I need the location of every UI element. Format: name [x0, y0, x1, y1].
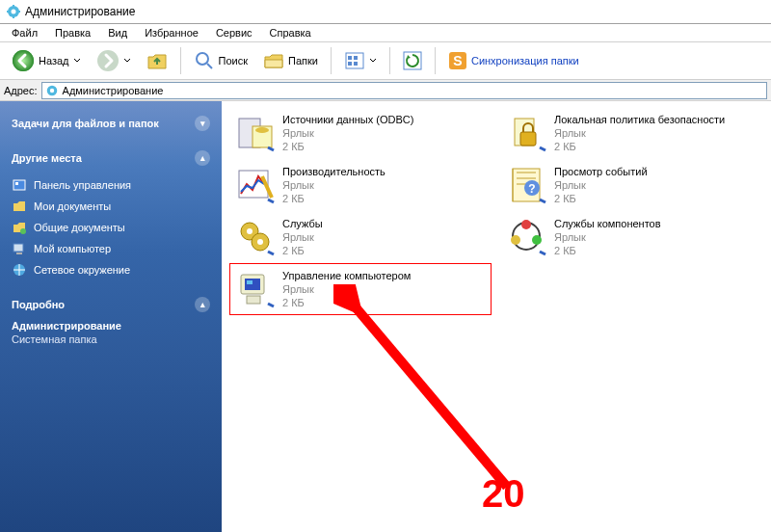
address-value: Администрирование: [63, 85, 164, 96]
file-grid: Источники данных (ODBC)Ярлык2 КБЛокальна…: [229, 107, 763, 315]
dropdown-icon: [369, 57, 377, 65]
computer-icon: [12, 241, 27, 256]
file-item[interactable]: Локальная политика безопасностиЯрлык2 КБ: [501, 107, 763, 159]
file-text: Управление компьютеромЯрлык2 КБ: [282, 268, 411, 309]
content-area: Задачи для файлов и папок ▾ Другие места…: [0, 101, 771, 532]
file-text: Источники данных (ODBC)Ярлык2 КБ: [282, 112, 413, 153]
menu-help[interactable]: Справка: [262, 25, 319, 40]
refresh-button[interactable]: [397, 48, 428, 73]
file-type: Ярлык: [554, 179, 648, 193]
sidebar-item-shared-documents[interactable]: Общие документы: [12, 217, 210, 238]
documents-icon: [12, 199, 27, 214]
file-name: Производительность: [282, 166, 386, 179]
file-name: Источники данных (ODBC): [282, 114, 413, 127]
views-button[interactable]: [338, 47, 383, 74]
component-services-icon: [506, 216, 548, 258]
file-item[interactable]: ПроизводительностьЯрлык2 КБ: [229, 159, 492, 211]
svg-rect-17: [15, 182, 18, 185]
menubar: Файл Правка Вид Избранное Сервис Справка: [0, 24, 771, 42]
sidebar-item-my-documents[interactable]: Мои документы: [12, 196, 210, 217]
search-label: Поиск: [219, 55, 248, 66]
svg-text:S: S: [453, 53, 462, 68]
tasks-panel-header[interactable]: Задачи для файлов и папок ▾: [12, 113, 210, 134]
svg-point-38: [511, 235, 520, 245]
back-label: Назад: [39, 55, 69, 66]
file-size: 2 КБ: [282, 193, 386, 206]
file-type: Ярлык: [282, 179, 386, 193]
details-title: Администрирование: [12, 315, 210, 332]
svg-rect-42: [247, 296, 260, 304]
sidebar-item-label: Мои документы: [34, 200, 111, 212]
svg-rect-8: [354, 56, 358, 60]
menu-favorites[interactable]: Избранное: [137, 25, 206, 40]
file-type: Ярлык: [282, 127, 413, 141]
svg-rect-6: [346, 53, 363, 68]
svg-rect-9: [348, 62, 352, 66]
folders-icon: [263, 50, 284, 71]
svg-point-34: [257, 239, 263, 245]
file-text: СлужбыЯрлык2 КБ: [282, 216, 323, 257]
sidebar-item-label: Сетевое окружение: [34, 264, 130, 276]
sidebar-item-network[interactable]: Сетевое окружение: [12, 259, 210, 280]
svg-point-36: [521, 220, 531, 229]
svg-rect-7: [348, 56, 352, 60]
views-icon: [344, 50, 365, 71]
menu-file[interactable]: Файл: [4, 25, 45, 40]
dropdown-icon: [123, 57, 131, 65]
places-panel: Другие места ▴ Панель управления Мои док…: [12, 147, 210, 280]
separator: [180, 47, 181, 74]
details-panel-header[interactable]: Подробно ▴: [12, 294, 210, 315]
details-panel: Подробно ▴ Администрирование Системная п…: [12, 294, 210, 345]
file-size: 2 КБ: [282, 297, 411, 310]
menu-tools[interactable]: Сервис: [208, 25, 260, 40]
file-view: Источники данных (ODBC)Ярлык2 КБЛокальна…: [222, 101, 771, 532]
separator: [389, 47, 390, 74]
chevron-up-icon: ▴: [195, 297, 210, 312]
menu-edit[interactable]: Правка: [47, 25, 98, 40]
window-title: Администрирование: [25, 5, 135, 18]
forward-button[interactable]: [91, 46, 137, 75]
file-type: Ярлык: [282, 231, 323, 245]
svg-rect-41: [247, 280, 253, 284]
file-size: 2 КБ: [282, 245, 323, 258]
search-button[interactable]: Поиск: [188, 47, 253, 74]
file-type: Ярлык: [554, 231, 661, 245]
address-input[interactable]: Администрирование: [41, 82, 767, 99]
file-size: 2 КБ: [282, 141, 413, 154]
sidebar-item-label: Мой компьютер: [34, 243, 111, 254]
security-icon: [506, 112, 548, 154]
titlebar: Администрирование: [0, 0, 771, 24]
menu-view[interactable]: Вид: [100, 25, 135, 40]
sidebar-item-my-computer[interactable]: Мой компьютер: [12, 238, 210, 259]
file-item[interactable]: Управление компьютеромЯрлык2 КБ: [229, 263, 492, 315]
svg-text:?: ?: [528, 182, 535, 196]
file-name: Управление компьютером: [282, 270, 411, 283]
places-header-label: Другие места: [12, 152, 82, 164]
back-button[interactable]: Назад: [6, 46, 87, 75]
file-size: 2 КБ: [554, 141, 725, 154]
file-item[interactable]: ?Просмотр событийЯрлык2 КБ: [501, 159, 763, 211]
services-icon: [234, 216, 277, 258]
sync-button[interactable]: S Синхронизация папки: [442, 48, 585, 73]
svg-rect-10: [354, 62, 358, 66]
file-item[interactable]: Источники данных (ODBC)Ярлык2 КБ: [229, 107, 492, 159]
details-header-label: Подробно: [12, 299, 65, 310]
places-panel-header[interactable]: Другие места ▴: [12, 147, 210, 169]
tasks-panel: Задачи для файлов и папок ▾: [12, 113, 210, 134]
file-name: Службы компонентов: [554, 218, 661, 231]
sidebar-item-label: Панель управления: [34, 179, 131, 191]
file-item[interactable]: СлужбыЯрлык2 КБ: [229, 211, 492, 263]
svg-point-5: [197, 53, 208, 65]
chevron-up-icon: ▴: [195, 150, 210, 166]
svg-point-3: [13, 50, 34, 71]
separator: [331, 47, 332, 74]
folders-button[interactable]: Папки: [257, 47, 324, 74]
svg-point-4: [97, 50, 119, 71]
file-item[interactable]: Службы компонентовЯрлык2 КБ: [501, 211, 763, 263]
svg-point-1: [12, 10, 16, 14]
up-button[interactable]: [141, 47, 173, 74]
forward-icon: [96, 49, 120, 72]
sidebar-item-control-panel[interactable]: Панель управления: [12, 174, 210, 196]
file-size: 2 КБ: [554, 245, 661, 258]
file-text: Службы компонентовЯрлык2 КБ: [554, 216, 661, 257]
